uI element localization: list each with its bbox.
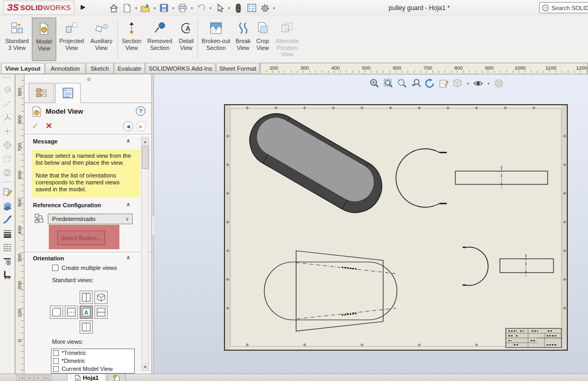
performance-button[interactable]	[232, 2, 245, 14]
collapse-orientation-icon[interactable]: ∧	[126, 255, 130, 260]
back-button[interactable]: ◀	[123, 121, 133, 131]
new-document-button[interactable]	[120, 2, 133, 14]
note-icon[interactable]	[3, 187, 12, 197]
configuration-dropdown[interactable]: Predeterminado ∨	[48, 214, 133, 224]
brush-icon[interactable]	[3, 215, 12, 224]
detail-view-button[interactable]: A Detail View	[176, 18, 196, 61]
home-button[interactable]	[107, 2, 120, 14]
break-view-button[interactable]: Break View	[234, 18, 253, 61]
layer-icon[interactable]	[3, 256, 12, 266]
dimetric-checkbox[interactable]	[53, 358, 59, 364]
view-isometric-button[interactable]	[94, 291, 108, 304]
auxiliary-view-button[interactable]: Auxiliary View	[87, 18, 116, 61]
print-caret-icon[interactable]: ▾	[189, 6, 194, 11]
cancel-button[interactable]: ✕	[46, 121, 53, 131]
zoom-to-fit-button[interactable]	[369, 78, 381, 89]
tab-sheet-format[interactable]: Sheet Format	[216, 63, 260, 74]
collapse-message-icon[interactable]: ∧	[126, 138, 130, 143]
view-right-button[interactable]	[80, 320, 93, 334]
crop-view-button[interactable]: Crop View	[254, 18, 272, 61]
scroll-thumb[interactable]	[142, 146, 149, 169]
new-document-caret-icon[interactable]: ▾	[134, 6, 139, 11]
collapse-reference-icon[interactable]: ∧	[126, 201, 130, 207]
removed-section-button[interactable]: Removed Section	[144, 18, 175, 61]
search-box[interactable]: ? Search SOLID	[539, 2, 588, 13]
undo-button[interactable]	[195, 2, 207, 14]
surface-finish-icon[interactable]	[3, 201, 12, 210]
options-caret-icon[interactable]: ▾	[272, 6, 276, 11]
display-style-button[interactable]	[452, 78, 463, 89]
scroll-down-icon[interactable]: ▼	[142, 363, 149, 370]
save-caret-icon[interactable]: ▾	[171, 6, 176, 11]
display-style-caret-icon[interactable]: ▾	[465, 81, 470, 86]
open-document-button[interactable]	[139, 2, 152, 14]
hatch-icon[interactable]	[3, 242, 12, 252]
tab-evaluate[interactable]: Evaluate	[114, 63, 145, 74]
title-block[interactable]	[506, 328, 561, 348]
menu-flyout-arrow-icon[interactable]: ▶	[81, 3, 85, 11]
list-item[interactable]: *Dimetric	[51, 357, 134, 365]
print-button[interactable]	[176, 2, 189, 14]
message-section-header[interactable]: Message	[33, 138, 57, 145]
ok-button[interactable]: ✓	[32, 121, 39, 131]
cube-icon[interactable]	[3, 154, 12, 164]
current-model-view-checkbox[interactable]	[53, 366, 59, 372]
3d-drawing-view-button[interactable]	[438, 78, 449, 89]
create-multiple-views-checkbox[interactable]	[52, 265, 58, 271]
first-sheet-button[interactable]: ❘◂	[16, 375, 24, 380]
hide-show-caret-icon[interactable]: ▾	[486, 81, 491, 86]
section-view-button[interactable]: Section View	[120, 18, 143, 61]
undo-caret-icon[interactable]: ▾	[208, 6, 213, 11]
previous-sheet-button[interactable]: ◂	[25, 375, 33, 380]
line-format-icon[interactable]	[3, 228, 12, 238]
view-bottom-button[interactable]	[94, 306, 108, 319]
corner-icon[interactable]	[3, 270, 12, 280]
options-button[interactable]	[258, 2, 271, 14]
search-input[interactable]: Search SOLID	[551, 5, 588, 11]
zoom-in-out-button[interactable]	[396, 78, 408, 89]
view-top-button[interactable]	[80, 291, 93, 304]
line-icon[interactable]	[3, 99, 12, 108]
tab-solidworks-add-ins[interactable]: SOLIDWORKS Add-Ins	[145, 63, 215, 74]
save-button[interactable]	[158, 2, 170, 14]
previous-view-button[interactable]	[410, 78, 422, 89]
evaluate-list-button[interactable]	[245, 2, 258, 14]
toolbar-grip[interactable]	[3, 77, 12, 78]
list-item[interactable]: *Trimetric	[51, 349, 134, 357]
view-left-button[interactable]	[50, 306, 63, 319]
trimetric-checkbox[interactable]	[53, 350, 59, 356]
point-icon[interactable]	[3, 126, 12, 136]
tab-view-layout[interactable]: View Layout	[1, 63, 45, 74]
tab-feature-manager[interactable]	[29, 83, 54, 103]
orientation-icon[interactable]	[3, 140, 12, 150]
orientation-section-header[interactable]: Orientation	[33, 255, 64, 261]
panel-scrollbar[interactable]: ▲ ▼	[141, 137, 149, 371]
tab-annotation[interactable]: Annotation	[45, 63, 85, 74]
model-view-button[interactable]: Model View	[32, 18, 56, 61]
rotate-view-button[interactable]	[424, 78, 436, 89]
tab-property-manager[interactable]	[55, 83, 81, 103]
select-button[interactable]	[213, 2, 226, 14]
scroll-up-icon[interactable]: ▲	[142, 138, 149, 145]
clip-icon[interactable]	[3, 168, 12, 177]
open-document-caret-icon[interactable]: ▾	[152, 6, 157, 11]
select-caret-icon[interactable]: ▾	[227, 6, 231, 11]
panel-grip[interactable]	[87, 78, 91, 81]
next-sheet-button[interactable]: ▸	[34, 375, 42, 380]
view-front-button[interactable]: A	[80, 306, 93, 319]
drawing-sheet[interactable]	[224, 104, 568, 351]
broken-out-section-button[interactable]: Broken-out Section	[200, 18, 232, 61]
last-sheet-button[interactable]: ▸❘	[43, 375, 51, 380]
standard-3-view-button[interactable]: Standard 3 View	[3, 18, 31, 61]
triad-icon[interactable]	[3, 113, 12, 122]
view-back-button[interactable]	[65, 306, 78, 319]
list-item[interactable]: Current Model View	[51, 365, 134, 373]
hide-show-items-button[interactable]	[472, 78, 484, 89]
zoom-to-area-button[interactable]	[383, 78, 394, 89]
help-icon[interactable]: ?	[136, 106, 145, 116]
projected-view-button[interactable]: Projected View	[57, 18, 86, 61]
sheet-tab-hoja1[interactable]: Hoja1	[67, 374, 106, 381]
plane-icon[interactable]	[3, 85, 12, 95]
add-sheet-tab[interactable]	[108, 374, 126, 381]
drawing-viewport[interactable]: ▾ ▾	[154, 74, 588, 374]
